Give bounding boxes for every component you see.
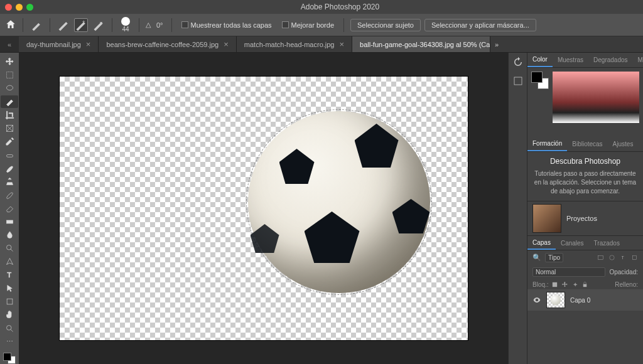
layer-row[interactable]: Capa 0	[527, 289, 643, 311]
close-icon[interactable]: ×	[339, 40, 344, 49]
doc-tab-2[interactable]: match-match-head-macro.jpg×	[237, 36, 352, 52]
healing-brush-tool-icon[interactable]	[1, 149, 18, 161]
svg-point-10	[6, 325, 11, 330]
history-panel-icon[interactable]	[512, 56, 524, 68]
svg-point-3	[6, 85, 13, 90]
svg-rect-11	[514, 77, 522, 85]
select-and-mask-button[interactable]: Seleccionar y aplicar máscara...	[424, 19, 536, 31]
separator	[171, 18, 172, 32]
tab-canales[interactable]: Canales	[556, 236, 589, 250]
eraser-tool-icon[interactable]	[1, 202, 18, 215]
foreground-color-icon[interactable]	[3, 353, 11, 361]
separator	[112, 18, 112, 32]
angle-value[interactable]: 0°	[156, 21, 163, 29]
minimize-window-icon[interactable]	[16, 4, 23, 11]
proyectos-row[interactable]: Proyectos	[527, 201, 643, 235]
layer-name[interactable]: Capa 0	[570, 297, 590, 304]
visibility-eye-icon[interactable]	[532, 296, 541, 304]
maximize-window-icon[interactable]	[26, 4, 33, 11]
proyectos-thumb	[532, 204, 561, 233]
lock-row: Bloq.: ✦ Relleno:	[527, 279, 643, 289]
opacity-label: Opacidad:	[609, 269, 638, 276]
filter-type-select[interactable]: Tipo	[545, 253, 563, 262]
title-bar: Adobe Photoshop 2020	[0, 0, 643, 14]
pen-tool-icon[interactable]	[1, 255, 18, 268]
hand-tool-icon[interactable]	[1, 309, 18, 321]
svg-text:T: T	[621, 255, 624, 260]
subtract-selection-icon[interactable]: −	[92, 18, 105, 32]
color-spectrum[interactable]	[553, 72, 639, 123]
lock-pixels-icon[interactable]	[551, 281, 559, 288]
move-tool-icon[interactable]	[1, 55, 18, 68]
select-subject-button[interactable]: Seleccionar sujeto	[350, 19, 421, 31]
close-icon[interactable]: ×	[86, 40, 91, 49]
lock-all-icon[interactable]	[581, 281, 589, 288]
blend-mode-select[interactable]: Normal	[532, 267, 605, 277]
home-icon[interactable]	[5, 19, 16, 31]
blur-tool-icon[interactable]	[1, 228, 18, 241]
close-window-icon[interactable]	[5, 4, 12, 11]
tab-motivos[interactable]: Motiv	[633, 53, 643, 67]
collapsed-panel-strip	[508, 53, 527, 364]
doc-tab-0[interactable]: day-thumbnail.jpg×	[19, 36, 99, 52]
type-tool-icon[interactable]: T	[1, 269, 18, 281]
zoom-tool-icon[interactable]	[1, 322, 18, 335]
canvas-area[interactable]	[19, 53, 508, 364]
quick-selection-tool-icon[interactable]	[1, 95, 18, 108]
lasso-tool-icon[interactable]	[1, 82, 18, 95]
tab-ajustes[interactable]: Ajustes	[608, 137, 639, 151]
tab-degradados[interactable]: Degradados	[588, 53, 632, 67]
crop-tool-icon[interactable]	[1, 109, 18, 121]
tab-formacion[interactable]: Formación	[527, 137, 567, 151]
more-tools-icon[interactable]: ⋯	[1, 335, 18, 348]
filter-shape-icon[interactable]	[630, 254, 638, 262]
tab-muestras[interactable]: Muestras	[553, 53, 588, 67]
tab-bibliotecas[interactable]: Bibliotecas	[567, 137, 607, 151]
tab-color[interactable]: Color	[527, 53, 553, 67]
angle-icon: △	[146, 21, 151, 29]
tab-capas[interactable]: Capas	[527, 236, 556, 250]
tab-trazados[interactable]: Trazados	[589, 236, 625, 250]
dodge-tool-icon[interactable]	[1, 242, 18, 255]
scroll-tabs-left-icon[interactable]: «	[0, 36, 19, 52]
new-selection-icon[interactable]	[57, 18, 70, 32]
eyedropper-tool-icon[interactable]	[1, 136, 18, 148]
layer-filter-row: 🔍 Tipo T	[527, 250, 643, 265]
document-tabs: « day-thumbnail.jpg× beans-brew-caffeine…	[0, 36, 643, 53]
learn-title: Descubra Photoshop	[532, 157, 638, 166]
shape-tool-icon[interactable]	[1, 296, 18, 308]
svg-rect-6	[6, 220, 13, 223]
panel-fg-bg-swatch[interactable]	[531, 72, 549, 89]
svg-rect-5	[6, 155, 13, 158]
marquee-tool-icon[interactable]	[1, 68, 18, 81]
lock-position-icon[interactable]	[561, 281, 569, 288]
layer-thumbnail[interactable]	[546, 292, 565, 308]
lock-nested-icon[interactable]: ✦	[571, 281, 579, 288]
history-brush-tool-icon[interactable]	[1, 189, 18, 201]
document-canvas[interactable]	[60, 77, 468, 340]
doc-tab-1[interactable]: beans-brew-caffeine-coffee-2059.jpg×	[99, 36, 236, 52]
scroll-tabs-right-icon[interactable]: »	[490, 36, 503, 52]
path-selection-tool-icon[interactable]	[1, 282, 18, 294]
add-selection-icon[interactable]: +	[74, 18, 88, 32]
clone-stamp-tool-icon[interactable]	[1, 175, 18, 188]
brush-preview[interactable]: 44	[121, 17, 130, 33]
options-bar: + − 44 △ 0° Muestrear todas las capas Me…	[0, 14, 643, 36]
svg-rect-15	[632, 255, 636, 259]
gradient-tool-icon[interactable]	[1, 215, 18, 228]
sample-all-layers-checkbox[interactable]: Muestrear todas las capas	[181, 21, 272, 29]
filter-image-icon[interactable]	[597, 254, 604, 262]
brush-tool-icon[interactable]	[1, 162, 18, 174]
separator	[139, 18, 139, 32]
filter-type-icon[interactable]: T	[619, 254, 627, 262]
soccer-ball-image	[248, 111, 430, 293]
doc-tab-3[interactable]: ball-fun-game-goal-364308.jpg al 50% (Ca…	[352, 36, 490, 52]
close-icon[interactable]: ×	[224, 40, 229, 49]
enhance-edge-checkbox[interactable]: Mejorar borde	[282, 21, 334, 29]
color-swatches[interactable]	[3, 353, 16, 364]
learn-panel: Descubra Photoshop Tutoriales paso a pas…	[527, 152, 643, 201]
tool-preset-icon[interactable]	[30, 18, 43, 32]
filter-adjust-icon[interactable]	[608, 254, 615, 262]
properties-panel-icon[interactable]	[512, 75, 524, 87]
frame-tool-icon[interactable]	[1, 122, 18, 134]
